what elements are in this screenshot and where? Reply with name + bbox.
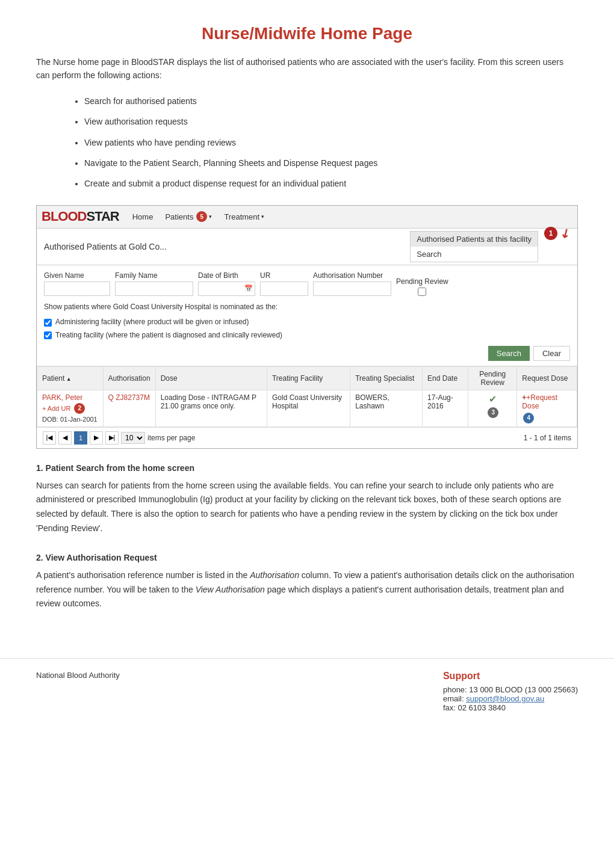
treating-facility-cell: Gold Coast University Hospital [267, 390, 350, 426]
ur-label: UR [260, 271, 308, 280]
section-2: 2. View Authorisation Request A patient'… [36, 553, 578, 611]
footer-left: National Blood Authority [36, 671, 120, 680]
patient-cell: PARK, Peter + Add UR 2 DOB: 01-Jan-2001 [37, 390, 104, 426]
bloodstar-logo: BLOODSTAR [42, 209, 119, 224]
dose-cell: Loading Dose - INTRAGAM P 21.00 grams on… [155, 390, 267, 426]
nav-treatment[interactable]: Treatment ▾ [218, 205, 270, 228]
sub-navigation: Authorised Patients at Gold Co... Author… [37, 229, 577, 265]
col-treating-facility: Treating Facility [267, 366, 350, 390]
star-text: STAR [86, 209, 119, 224]
col-treating-specialist: Treating Specialist [350, 366, 423, 390]
blood-text: BLOOD [42, 209, 86, 224]
ur-input[interactable] [260, 282, 308, 296]
callout-4-badge: 4 [523, 413, 534, 423]
admin-facility-label: Administering facility (where product wi… [55, 316, 249, 329]
first-page-btn[interactable]: |◀ [43, 431, 56, 445]
col-end-date: End Date [423, 366, 468, 390]
next-page-btn[interactable]: ▶ [90, 431, 103, 445]
nav-patients[interactable]: Patients 5 ▾ [159, 205, 218, 228]
items-per-page-control: 10 25 50 items per page [121, 432, 195, 444]
admin-facility-check-line: Administering facility (where product wi… [44, 316, 570, 329]
total-items: 1 - 1 of 1 items [524, 434, 571, 442]
family-name-input[interactable] [115, 282, 193, 296]
ur-group: UR [260, 271, 308, 296]
list-item: Search for authorised patients [84, 94, 578, 108]
list-item: View patients who have pending reviews [84, 136, 578, 149]
dropdown-item-search[interactable]: Search [411, 247, 538, 262]
support-email-link[interactable]: support@blood.gov.au [466, 694, 544, 703]
navigation-bar: BLOODSTAR Home Patients 5 ▾ Treatment ▾ [37, 206, 577, 229]
pending-review-cell: ✔ 3 [468, 390, 517, 426]
treating-facility-label: Treating facility (where the patient is … [55, 329, 282, 342]
col-patient[interactable]: Patient [37, 366, 104, 390]
dob-label: Date of Birth [198, 271, 255, 280]
treating-facility-check-line: Treating facility (where the patient is … [44, 329, 570, 342]
pagination-controls: |◀ ◀ 1 ▶ ▶| 10 25 50 items per page [43, 431, 195, 445]
pending-review-check-icon: ✔ [489, 394, 497, 404]
patient-badge-2: 2 [74, 403, 85, 414]
auth-number-link[interactable]: Q ZJ82737M [108, 393, 150, 402]
pending-review-checkbox[interactable] [418, 288, 426, 296]
pending-review-label: Pending Review [396, 277, 448, 286]
section-1: 1. Patient Search from the home screen N… [36, 463, 578, 536]
request-dose-button[interactable]: +Request Dose [522, 393, 557, 410]
patients-caret: ▾ [209, 214, 212, 220]
auth-number-input[interactable] [313, 282, 391, 296]
table-row: PARK, Peter + Add UR 2 DOB: 01-Jan-2001 [37, 390, 577, 426]
prev-page-btn[interactable]: ◀ [58, 431, 72, 445]
callout-1: 1 [544, 227, 557, 240]
add-ur-link[interactable]: + Add UR [42, 405, 70, 412]
section-2-text: A patient's authorisation reference numb… [36, 568, 578, 611]
facility-text: Show patients where Gold Coast Universit… [44, 301, 570, 314]
footer: National Blood Authority Support phone: … [0, 658, 614, 724]
feature-list: Search for authorised patients View auth… [84, 94, 578, 191]
calendar-icon[interactable]: 📅 [244, 285, 253, 292]
section-2-heading: 2. View Authorisation Request [36, 553, 578, 562]
results-table-wrap: Patient Authorisation Dose Treating Faci… [37, 366, 577, 427]
col-request-dose: Request Dose [517, 366, 577, 390]
page-title: Nurse/Midwife Home Page [36, 24, 578, 43]
auth-number-label: Authorisation Number [313, 271, 391, 280]
patient-name-link[interactable]: PARK, Peter [42, 393, 82, 402]
patients-badge: 5 [196, 211, 207, 222]
footer-right: Support phone: 13 000 BLOOD (13 000 2566… [443, 671, 578, 712]
pending-review-group: Pending Review [396, 277, 448, 296]
given-name-input[interactable] [44, 282, 110, 296]
request-dose-cell: +Request Dose 4 [517, 390, 577, 426]
results-table: Patient Authorisation Dose Treating Faci… [37, 366, 577, 427]
search-button[interactable]: Search [488, 346, 530, 361]
clear-button[interactable]: Clear [533, 346, 570, 361]
nav-home[interactable]: Home [126, 205, 160, 228]
list-item: View authorisation requests [84, 115, 578, 128]
sub-nav-title: Authorised Patients at Gold Co... [44, 242, 167, 251]
treating-facility-checkbox[interactable] [44, 331, 52, 339]
bloodstar-widget: BLOODSTAR Home Patients 5 ▾ Treatment ▾ … [36, 205, 578, 449]
search-fields-row: Given Name Family Name Date of Birth 📅 U… [44, 271, 570, 296]
dob-group: Date of Birth 📅 [198, 271, 255, 296]
pagination-row: |◀ ◀ 1 ▶ ▶| 10 25 50 items per page 1 - … [37, 427, 577, 448]
family-name-label: Family Name [115, 271, 193, 280]
section-1-heading: 1. Patient Search from the home screen [36, 463, 578, 473]
col-authorisation: Authorisation [103, 366, 155, 390]
section-1-text: Nurses can search for patients from the … [36, 479, 578, 536]
items-per-page-label: items per page [147, 434, 195, 442]
auth-cell: Q ZJ82737M [103, 390, 155, 426]
treating-specialist-cell: BOWERS, Lashawn [350, 390, 423, 426]
search-form: Given Name Family Name Date of Birth 📅 U… [37, 265, 577, 366]
col-dose: Dose [155, 366, 267, 390]
list-item: Create and submit a product dispense req… [84, 177, 578, 190]
auth-number-group: Authorisation Number [313, 271, 391, 296]
last-page-btn[interactable]: ▶| [105, 431, 119, 445]
footer-email: email: support@blood.gov.au [443, 694, 578, 703]
admin-facility-checkbox[interactable] [44, 319, 52, 327]
support-title: Support [443, 671, 578, 682]
col-pending-review: Pending Review [468, 366, 517, 390]
given-name-label: Given Name [44, 271, 110, 280]
patient-dob: DOB: 01-Jan-2001 [42, 416, 98, 423]
dropdown-item-authorised[interactable]: Authorised Patients at this facility [411, 232, 538, 247]
callout-3-badge: 3 [488, 407, 498, 418]
family-name-group: Family Name [115, 271, 193, 296]
items-per-page-select[interactable]: 10 25 50 [121, 432, 145, 444]
footer-fax: fax: 02 6103 3840 [443, 703, 578, 712]
page-1-btn[interactable]: 1 [74, 431, 87, 445]
